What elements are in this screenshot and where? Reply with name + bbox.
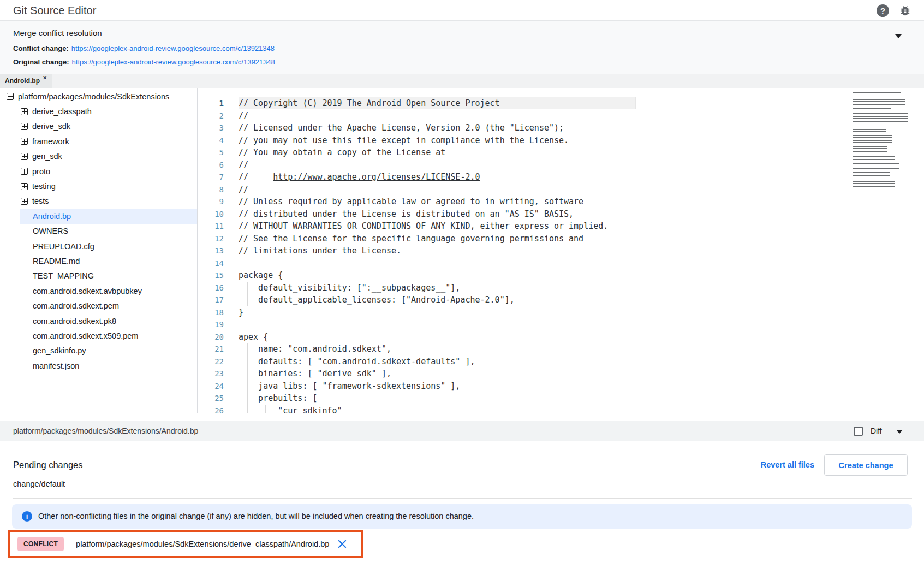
expand-icon[interactable] <box>21 153 28 160</box>
line-number: 12 <box>198 233 224 245</box>
line-number: 20 <box>198 331 224 344</box>
tab-label: Android.bp <box>5 77 40 85</box>
code-line-17: 17 default_applicable_licenses: ["Androi… <box>198 294 924 306</box>
code-line-22: 22 defaults: [ "com.android.sdkext-defau… <box>198 356 924 368</box>
tree-item-platform-packages-modules-sdkextensions[interactable]: platform/packages/modules/SdkExtensions <box>0 89 197 104</box>
tree-item-label: framework <box>32 137 69 146</box>
tree-item-label: com.android.sdkext.x509.pem <box>33 332 138 340</box>
code-line-7: 7// http://www.apache.org/licenses/LICEN… <box>198 171 924 184</box>
expand-icon[interactable] <box>21 183 28 190</box>
line-number: 19 <box>198 318 224 331</box>
minimap-block <box>853 172 890 177</box>
app-header: Git Source Editor ? <box>0 0 924 21</box>
minimap-block <box>853 113 908 125</box>
conflict-change-link[interactable]: https://googleplex-android-review.google… <box>71 44 275 52</box>
expand-icon[interactable] <box>21 138 28 145</box>
code-line-5: 5// You may obtain a copy of the License… <box>198 146 924 159</box>
original-change-link[interactable]: https://googleplex-android-review.google… <box>72 58 275 66</box>
info-banner-text: Other non-conflicting files in the origi… <box>38 504 474 529</box>
help-icon[interactable]: ? <box>877 4 889 17</box>
code-text: // Copyright (C) 2019 The Android Open S… <box>224 97 500 110</box>
line-number: 13 <box>198 245 224 257</box>
tree-item-manifest-json[interactable]: manifest.json <box>0 358 197 373</box>
revert-all-files-button[interactable]: Revert all files <box>761 454 814 476</box>
line-number: 22 <box>198 356 224 368</box>
line-number: 23 <box>198 368 224 380</box>
code-line-25: 25 prebuilts: [ <box>198 392 924 405</box>
code-text: // WITHOUT WARRANTIES OR CONDITIONS OF A… <box>224 220 608 233</box>
code-line-1: 1// Copyright (C) 2019 The Android Open … <box>198 97 924 110</box>
minimap[interactable] <box>853 91 910 189</box>
original-change-row: Original change:https://googleplex-andro… <box>13 58 275 66</box>
code-text: default_visibility: [":__subpackages__"]… <box>224 282 460 294</box>
tree-item-label: tests <box>32 197 49 205</box>
tree-item-android-bp[interactable]: Android.bp <box>0 209 197 223</box>
tree-item-test-mapping[interactable]: TEST_MAPPING <box>0 269 197 283</box>
code-line-20: 20apex { <box>198 331 924 344</box>
line-number: 25 <box>198 392 224 405</box>
line-number: 9 <box>198 196 224 208</box>
code-line-8: 8// <box>198 184 924 196</box>
tree-item-com-android-sdkext-x509-pem[interactable]: com.android.sdkext.x509.pem <box>0 328 197 343</box>
tree-item-owners[interactable]: OWNERS <box>0 224 197 239</box>
expand-icon[interactable] <box>21 108 28 115</box>
create-change-button[interactable]: Create change <box>824 454 908 476</box>
code-text: default_applicable_licenses: ["Android-A… <box>224 294 515 306</box>
code-text: // See the License for the specific lang… <box>224 233 583 245</box>
line-number: 2 <box>198 110 224 122</box>
minimap-block <box>853 145 887 154</box>
tree-item-gen-sdkinfo-py[interactable]: gen_sdkinfo.py <box>0 344 197 358</box>
tree-item-label: README.md <box>33 257 80 265</box>
line-number: 15 <box>198 269 224 282</box>
code-line-18: 18} <box>198 306 924 319</box>
diff-dropdown-caret-icon[interactable] <box>896 430 903 434</box>
bug-report-icon[interactable] <box>899 4 911 17</box>
tree-item-tests[interactable]: tests <box>0 194 197 209</box>
tree-item-proto[interactable]: proto <box>0 164 197 179</box>
tree-item-preupload-cfg[interactable]: PREUPLOAD.cfg <box>0 239 197 253</box>
code-line-24: 24 java_libs: [ "framework-sdkextensions… <box>198 380 924 393</box>
tree-item-readme-md[interactable]: README.md <box>0 253 197 268</box>
code-line-13: 13// limitations under the License. <box>198 245 924 257</box>
tree-item-derive-sdk[interactable]: derive_sdk <box>0 119 197 134</box>
tree-item-label: gen_sdk <box>32 152 62 161</box>
remove-conflict-file-icon[interactable] <box>337 539 347 549</box>
code-line-14: 14 <box>198 257 924 270</box>
tab-android-bp[interactable]: Android.bp✕ <box>0 74 52 88</box>
tree-item-gen-sdk[interactable]: gen_sdk <box>0 149 197 164</box>
line-number: 14 <box>198 257 224 270</box>
pending-changes-title: Pending changes <box>13 460 83 470</box>
tree-item-label: derive_sdk <box>32 122 70 131</box>
code-text: apex { <box>224 331 268 344</box>
expand-icon[interactable] <box>21 198 28 205</box>
tree-item-testing[interactable]: testing <box>0 179 197 193</box>
collapse-icon[interactable] <box>7 93 14 100</box>
code-editor[interactable]: 1// Copyright (C) 2019 The Android Open … <box>198 88 924 413</box>
code-line-15: 15package { <box>198 269 924 282</box>
expand-icon[interactable] <box>21 168 28 175</box>
code-text: "cur_sdkinfo" <box>224 405 342 414</box>
editor-scrollbar[interactable] <box>914 88 914 413</box>
code-line-12: 12// See the License for the specific la… <box>198 233 924 245</box>
code-line-16: 16 default_visibility: [":__subpackages_… <box>198 282 924 294</box>
code-text: java_libs: [ "framework-sdkextensions" ]… <box>224 380 460 393</box>
tree-item-framework[interactable]: framework <box>0 134 197 149</box>
minimap-block <box>853 156 895 161</box>
panel-collapse-caret-icon[interactable] <box>895 34 902 38</box>
tree-item-com-android-sdkext-avbpubkey[interactable]: com.android.sdkext.avbpubkey <box>0 283 197 298</box>
expand-icon[interactable] <box>21 123 28 130</box>
line-number: 26 <box>198 405 224 414</box>
code-line-26: 26 "cur_sdkinfo" <box>198 405 924 414</box>
tree-item-com-android-sdkext-pem[interactable]: com.android.sdkext.pem <box>0 298 197 313</box>
tree-item-label: com.android.sdkext.avbpubkey <box>33 287 142 295</box>
tree-item-derive-classpath[interactable]: derive_classpath <box>0 104 197 119</box>
diff-checkbox[interactable] <box>854 427 863 436</box>
minimap-block <box>853 98 905 106</box>
tree-item-com-android-sdkext-pk8[interactable]: com.android.sdkext.pk8 <box>0 313 197 328</box>
code-line-23: 23 binaries: [ "derive_sdk" ], <box>198 368 924 380</box>
minimap-block <box>853 163 899 170</box>
code-line-19: 19 <box>198 318 924 331</box>
tree-item-label: proto <box>32 167 50 176</box>
tab-close-icon[interactable]: ✕ <box>43 75 47 81</box>
code-text: package { <box>224 269 283 282</box>
